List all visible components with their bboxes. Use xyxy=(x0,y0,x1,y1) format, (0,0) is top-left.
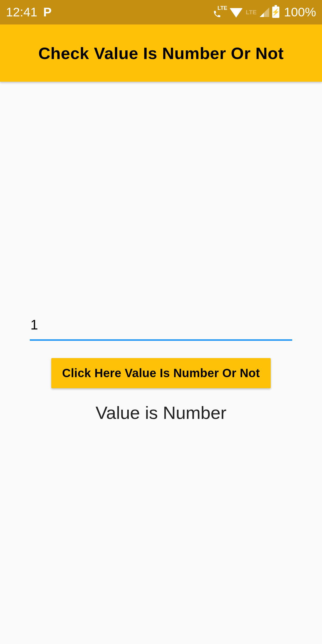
main-content: Click Here Value Is Number Or Not Value … xyxy=(0,82,322,423)
cellular-signal-icon xyxy=(260,7,269,17)
battery-charging-icon: ⚡ xyxy=(272,7,279,18)
p-icon: P xyxy=(43,5,52,19)
volte-call-icon: LTE xyxy=(213,6,227,18)
status-bar: 12:41 P LTE LTE ⚡ 100% xyxy=(0,0,322,24)
phone-icon xyxy=(213,10,221,18)
result-text: Value is Number xyxy=(95,402,226,423)
check-button[interactable]: Click Here Value Is Number Or Not xyxy=(51,358,270,388)
battery-percentage: 100% xyxy=(284,5,316,19)
value-input[interactable] xyxy=(30,314,292,341)
app-bar: Check Value Is Number Or Not xyxy=(0,24,322,82)
cellular-signal-fill xyxy=(260,13,264,17)
input-container xyxy=(30,314,292,341)
app-bar-title: Check Value Is Number Or Not xyxy=(38,44,284,63)
status-right: LTE LTE ⚡ 100% xyxy=(213,5,316,19)
status-left: 12:41 P xyxy=(6,5,52,19)
bolt-icon: ⚡ xyxy=(272,9,280,16)
wifi-icon xyxy=(230,8,243,18)
status-time: 12:41 xyxy=(6,5,37,19)
lte-dim-label: LTE xyxy=(246,9,256,16)
